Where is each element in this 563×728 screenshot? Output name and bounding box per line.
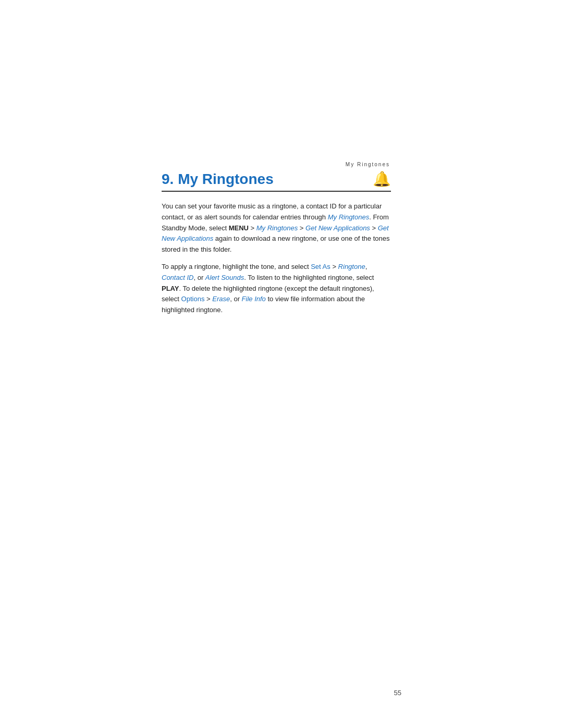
page-number: 55 bbox=[394, 689, 401, 697]
p1-link-get-new-apps[interactable]: Get New Applications bbox=[305, 224, 370, 232]
p2-text2: > bbox=[331, 263, 338, 270]
p2-link-ringtone[interactable]: Ringtone bbox=[338, 263, 365, 270]
page: My Ringtones 9. My Ringtones 🔔 You can s… bbox=[0, 0, 563, 728]
chapter-title-row: 9. My Ringtones 🔔 bbox=[162, 170, 391, 192]
p2-link-contact-id[interactable]: Contact ID bbox=[162, 274, 193, 281]
p1-text4: > bbox=[298, 224, 305, 232]
paragraph-1: You can set your favorite music as a rin… bbox=[162, 201, 391, 255]
p1-text3: > bbox=[249, 224, 256, 232]
p1-link-my-ringtones-2[interactable]: My Ringtones bbox=[256, 224, 298, 232]
p1-bold-menu: MENU bbox=[229, 224, 249, 232]
paragraph-2: To apply a ringtone, highlight the tone,… bbox=[162, 262, 391, 316]
p2-text1: To apply a ringtone, highlight the tone,… bbox=[162, 263, 311, 270]
p2-text3: , bbox=[365, 263, 368, 270]
p2-link-options[interactable]: Options bbox=[181, 295, 205, 303]
p2-link-erase[interactable]: Erase bbox=[212, 295, 230, 303]
p2-link-alert-sounds[interactable]: Alert Sounds bbox=[205, 274, 244, 281]
p2-link-set-as[interactable]: Set As bbox=[311, 263, 331, 270]
content-area: My Ringtones 9. My Ringtones 🔔 You can s… bbox=[162, 162, 391, 322]
p2-text7: > bbox=[204, 295, 212, 303]
p2-link-file-info[interactable]: File Info bbox=[242, 295, 266, 303]
p2-text4: , or bbox=[193, 274, 205, 281]
p2-text8: , or bbox=[230, 295, 241, 303]
p2-text5: . To listen to the highlighted ringtone,… bbox=[244, 274, 374, 281]
bell-icon: 🔔 bbox=[373, 170, 391, 188]
p1-link-my-ringtones[interactable]: My Ringtones bbox=[328, 213, 369, 221]
p1-text5: > bbox=[370, 224, 378, 232]
chapter-title: 9. My Ringtones bbox=[162, 171, 274, 188]
chapter-header-small: My Ringtones bbox=[162, 162, 391, 167]
p2-bold-play: PLAY bbox=[162, 285, 179, 292]
